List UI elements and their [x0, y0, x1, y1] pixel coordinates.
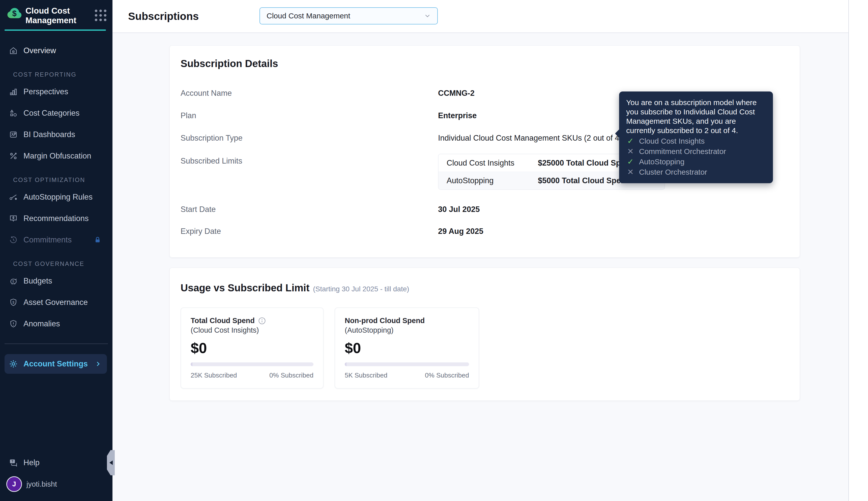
help-chat-icon: ?	[9, 458, 18, 467]
chevron-down-icon	[423, 12, 431, 20]
x-icon	[626, 167, 635, 177]
page-header: Subscriptions Cloud Cost Management	[113, 0, 848, 33]
sidebar-divider	[4, 343, 108, 344]
module-select-value: Cloud Cost Management	[266, 12, 350, 20]
usage-amount: $0	[191, 340, 313, 356]
usage-card-title: Non-prod Cloud Spend	[345, 317, 425, 325]
app-root: $ Cloud Cost Management Overview COST RE…	[0, 0, 868, 501]
sidebar-item-bi-dashboards[interactable]: BI Dashboards	[0, 124, 113, 145]
sidebar-item-overview[interactable]: Overview	[0, 40, 113, 61]
total-cloud-spend-card: Total Cloud Spend (Cloud Cost Insights) …	[180, 308, 324, 388]
usage-progress-bar	[345, 362, 469, 366]
tooltip-sku-row: AutoStopping	[626, 157, 766, 167]
subscription-type-tooltip: You are on a subscription model where yo…	[619, 92, 773, 183]
subscribed-limit-label: 5K Subscribed	[345, 372, 387, 379]
sidebar-item-commitments[interactable]: Commitments	[0, 229, 113, 250]
info-icon[interactable]	[258, 317, 266, 324]
home-icon	[9, 46, 18, 55]
user-name: jyoti.bisht	[27, 480, 57, 488]
svg-text:$: $	[12, 300, 14, 305]
check-icon	[626, 157, 635, 166]
sidebar-item-account-settings[interactable]: Account Settings	[4, 354, 107, 374]
sidebar: $ Cloud Cost Management Overview COST RE…	[0, 0, 113, 501]
x-icon	[626, 147, 635, 156]
start-date-value: 30 Jul 2025	[438, 205, 480, 214]
plan-value: Enterprise	[438, 111, 477, 120]
main-area: Subscriptions Cloud Cost Management Subs…	[113, 0, 848, 501]
usage-card-subtitle: (Cloud Cost Insights)	[191, 326, 313, 334]
piggy-bank-icon: $	[9, 276, 18, 286]
commitments-icon	[9, 235, 18, 244]
tooltip-sku-row: Commitment Orchestrator	[626, 146, 766, 157]
usage-card-subtitle: (AutoStopping)	[345, 326, 469, 334]
sidebar-bottom: ? Help J jyoti.bisht	[0, 454, 113, 501]
help-button[interactable]: ? Help	[0, 454, 113, 472]
svg-text:$: $	[12, 9, 17, 18]
svg-text:?: ?	[12, 460, 13, 463]
account-name-value: CCMNG-2	[438, 89, 474, 97]
section-cost-governance: COST GOVERNANCE	[0, 258, 113, 270]
sidebar-item-anomalies[interactable]: Anomalies	[0, 313, 113, 334]
expiry-date-row: Expiry Date 29 Aug 2025	[180, 227, 789, 236]
user-profile[interactable]: J jyoti.bisht	[0, 472, 113, 498]
percent-icon	[9, 151, 18, 161]
avatar: J	[6, 476, 22, 492]
usage-subtitle: (Starting 30 Jul 2025 - till date)	[313, 285, 409, 293]
sidebar-item-budgets[interactable]: $ Budgets	[0, 270, 113, 291]
usage-amount: $0	[345, 340, 469, 356]
non-prod-cloud-spend-card: Non-prod Cloud Spend (AutoStopping) $0 5…	[335, 308, 479, 388]
usage-card-title: Total Cloud Spend	[191, 317, 255, 325]
shield-dollar-icon: $	[9, 298, 18, 307]
page-title: Subscriptions	[128, 10, 199, 22]
dashboard-image-icon	[9, 130, 18, 139]
percent-used-label: 0% Subscribed	[425, 372, 469, 379]
sidebar-item-recommendations[interactable]: Recommendations	[0, 207, 113, 229]
sidebar-item-autostopping-rules[interactable]: AutoStopping Rules	[0, 186, 113, 207]
section-cost-reporting: COST REPORTING	[0, 68, 113, 81]
gear-icon	[9, 359, 18, 369]
sidebar-item-asset-governance[interactable]: $ Asset Governance	[0, 291, 113, 313]
usage-title-row: Usage vs Subscribed Limit (Starting 30 J…	[180, 282, 789, 294]
collapse-left-icon	[107, 460, 113, 465]
sidebar-item-margin-obfuscation[interactable]: Margin Obfuscation	[0, 145, 113, 167]
chevron-right-icon	[94, 360, 102, 368]
lock-icon	[94, 236, 101, 244]
start-date-row: Start Date 30 Jul 2025	[180, 205, 789, 214]
cloud-cost-logo-icon: $	[7, 6, 22, 20]
shapes-icon	[9, 109, 18, 118]
check-icon	[626, 136, 635, 146]
subscribed-limit-label: 25K Subscribed	[191, 372, 237, 379]
sidebar-item-cost-categories[interactable]: Cost Categories	[0, 102, 113, 124]
tooltip-text: You are on a subscription model where yo…	[626, 98, 766, 135]
section-cost-optimization: COST OPTIMIZATION	[0, 174, 113, 186]
usage-progress-bar	[191, 362, 313, 366]
logo-row: $ Cloud Cost Management	[0, 0, 113, 25]
expiry-date-value: 29 Aug 2025	[438, 227, 483, 236]
module-select[interactable]: Cloud Cost Management	[260, 7, 438, 24]
autostopping-icon	[9, 193, 18, 202]
usage-title: Usage vs Subscribed Limit	[180, 282, 310, 294]
usage-card: Usage vs Subscribed Limit (Starting 30 J…	[169, 268, 800, 401]
subscription-details-title: Subscription Details	[180, 58, 789, 70]
shield-alert-icon	[9, 319, 18, 328]
module-accent-rule	[4, 30, 106, 31]
bar-chart-icon	[9, 87, 18, 96]
sidebar-nav: Overview COST REPORTING Perspectives Cos…	[0, 40, 113, 374]
recommendations-icon	[9, 214, 18, 223]
tooltip-sku-row: Cloud Cost Insights	[626, 136, 766, 146]
right-strip	[848, 0, 868, 501]
subscription-type-value: Individual Cloud Cost Management SKUs (2…	[438, 134, 634, 142]
sidebar-item-perspectives[interactable]: Perspectives	[0, 81, 113, 102]
tooltip-sku-row: Cluster Orchestrator	[626, 167, 766, 177]
percent-used-label: 0% Subscribed	[269, 372, 313, 379]
module-grid-icon[interactable]	[95, 10, 106, 21]
svg-text:$: $	[12, 279, 14, 283]
app-title: Cloud Cost Management	[25, 6, 83, 25]
